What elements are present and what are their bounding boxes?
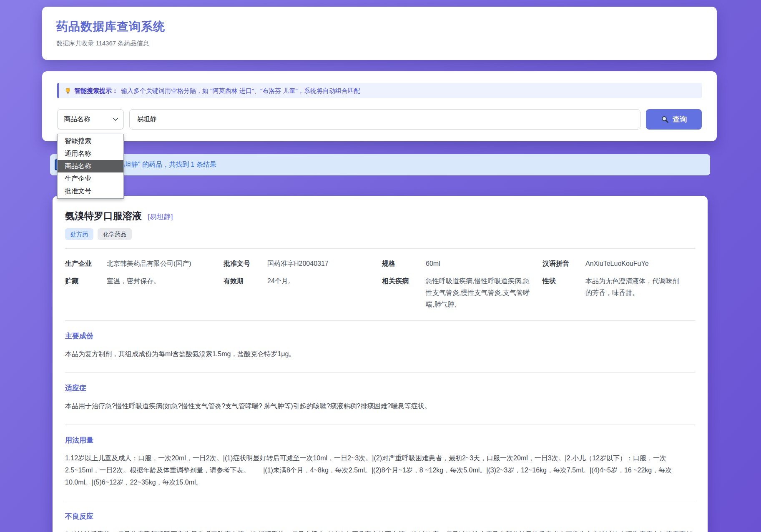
dropdown-option[interactable]: 商品名称 — [58, 160, 123, 172]
search-button[interactable]: 查询 — [646, 109, 702, 130]
attribute-value: 60ml — [426, 258, 542, 270]
drug-tag: 处方药 — [65, 228, 93, 240]
search-button-label: 查询 — [673, 115, 687, 124]
db-count-subtitle: 数据库共收录 114367 条药品信息 — [56, 39, 703, 47]
drug-section: 不良反应1.精神神经系统：偶见头痛手颤嗜睡不安头晕失眠四肢麻木等。|2.循环系统… — [65, 501, 695, 532]
search-icon — [661, 115, 669, 123]
drug-result-card: 氨溴特罗口服溶液 [易坦静] 处方药化学药品 生产企业北京韩美药品有限公司(国产… — [53, 196, 708, 532]
drug-sections: 主要成份本品为复方制剂，其组成成份为每ml含盐酸氨溴索1.5mg，盐酸克仑特罗1… — [65, 321, 695, 532]
drug-tag: 化学药品 — [98, 228, 132, 240]
section-text: 本品用于治疗急?慢性呼吸道疾病(如急?慢性支气管炎?支气管哮喘? 肺气肿等)引起… — [65, 400, 695, 412]
header-card: 药品数据库查询系统 数据库共收录 114367 条药品信息 — [42, 7, 717, 60]
attribute-label: 生产企业 — [65, 258, 107, 270]
page-title: 药品数据库查询系统 — [56, 19, 703, 34]
drug-trade-name: [易坦静] — [148, 212, 173, 222]
attribute-value: 国药准字H20040317 — [267, 258, 382, 270]
attribute-label: 批准文号 — [224, 258, 267, 270]
lightbulb-icon — [65, 87, 71, 94]
search-row: 商品名称 查询 — [57, 109, 702, 130]
section-heading: 用法用量 — [65, 436, 695, 445]
dropdown-option[interactable]: 通用名称 — [58, 147, 123, 160]
search-type-select[interactable]: 商品名称 — [57, 109, 124, 130]
dropdown-option[interactable]: 生产企业 — [58, 172, 123, 185]
section-text: 1.12岁以上儿童及成人：口服，一次20ml，一日2次。|(1)症状明显好转后可… — [65, 452, 695, 488]
tip-text: 输入多个关键词用空格分隔，如 "阿莫西林 进口"、"布洛芬 儿童"，系统将自动组… — [121, 86, 360, 95]
attribute-value: AnXiuTeLuoKouFuYe — [585, 258, 695, 270]
drug-section: 用法用量1.12岁以上儿童及成人：口服，一次20ml，一日2次。|(1)症状明显… — [65, 425, 695, 501]
attribute-label: 汉语拼音 — [542, 258, 585, 270]
section-heading: 不良反应 — [65, 512, 695, 521]
search-type-value: 商品名称 — [64, 115, 90, 124]
attribute-label: 有效期 — [224, 275, 267, 310]
attribute-label: 相关疾病 — [382, 275, 426, 310]
attribute-value: 室温，密封保存。 — [107, 275, 224, 310]
attribute-value: 急性呼吸道疾病,慢性呼吸道疾病,急性支气管炎,慢性支气管炎,支气管哮喘,肺气肿, — [426, 275, 542, 310]
attribute-value: 本品为无色澄清液体，代调味剂的芳香，味香甜。 — [585, 275, 695, 310]
section-text: 本品为复方制剂，其组成成份为每ml含盐酸氨溴索1.5mg，盐酸克仑特罗1μg。 — [65, 348, 695, 360]
search-input[interactable] — [129, 109, 640, 130]
drug-title-row: 氨溴特罗口服溶液 [易坦静] — [65, 209, 695, 222]
attribute-label: 贮藏 — [65, 275, 107, 310]
section-heading: 适应症 — [65, 384, 695, 393]
drug-section: 主要成份本品为复方制剂，其组成成份为每ml含盐酸氨溴索1.5mg，盐酸克仑特罗1… — [65, 321, 695, 373]
result-count-banner: 易坦静" 的药品，共找到 1 条结果 — [50, 154, 710, 175]
section-text: 1.精神神经系统：偶见头痛手颤嗜睡不安头晕失眠四肢麻木等。|2.循环系统：偶见心… — [65, 528, 695, 532]
dropdown-option[interactable]: 批准文号 — [58, 185, 123, 197]
tip-label: 智能搜索提示： — [74, 86, 118, 95]
attribute-label: 规格 — [382, 258, 426, 270]
chevron-down-icon — [113, 118, 118, 121]
search-card: 智能搜索提示： 输入多个关键词用空格分隔，如 "阿莫西林 进口"、"布洛芬 儿童… — [42, 71, 717, 141]
search-type-dropdown: 智能搜索通用名称商品名称生产企业批准文号 — [57, 134, 124, 199]
attribute-value: 24个月。 — [267, 275, 382, 310]
drug-tags: 处方药化学药品 — [65, 228, 695, 240]
result-count-text: 易坦静" 的药品，共找到 1 条结果 — [118, 160, 216, 169]
drug-name: 氨溴特罗口服溶液 — [65, 209, 142, 222]
drug-section: 适应症本品用于治疗急?慢性呼吸道疾病(如急?慢性支气管炎?支气管哮喘? 肺气肿等… — [65, 373, 695, 425]
dropdown-option[interactable]: 智能搜索 — [58, 135, 123, 147]
section-heading: 主要成份 — [65, 332, 695, 341]
attribute-value: 北京韩美药品有限公司(国产) — [107, 258, 224, 270]
drug-attributes-grid: 生产企业北京韩美药品有限公司(国产)批准文号国药准字H20040317规格60m… — [65, 248, 695, 321]
search-tip-banner: 智能搜索提示： 输入多个关键词用空格分隔，如 "阿莫西林 进口"、"布洛芬 儿童… — [57, 83, 702, 98]
attribute-label: 性状 — [542, 275, 585, 310]
